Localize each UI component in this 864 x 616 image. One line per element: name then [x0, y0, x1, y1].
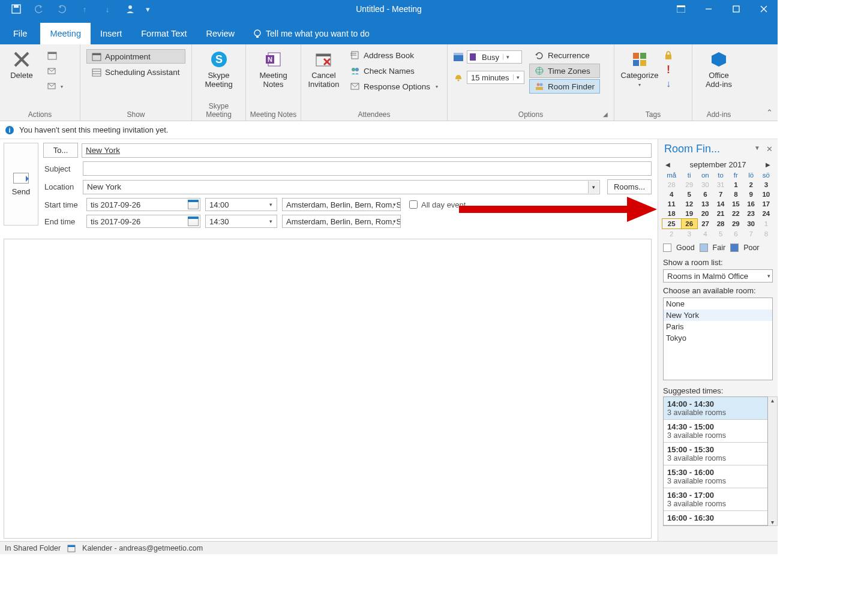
prev-icon[interactable]: ↑ — [73, 1, 96, 17]
calendar-day[interactable]: 28 — [713, 219, 728, 229]
calendar-day[interactable]: 10 — [758, 190, 773, 199]
reminder-combo[interactable]: 15 minutes▾ — [467, 71, 524, 84]
next-month-icon[interactable]: ▶ — [766, 161, 770, 168]
calendar-day[interactable]: 24 — [758, 209, 773, 219]
calendar-day[interactable]: 2 — [662, 229, 682, 239]
calendar-day[interactable]: 2 — [743, 180, 758, 190]
calendar-grid[interactable]: måtiontofrlösö 2829303112345678910111213… — [662, 170, 774, 239]
calendar-day[interactable]: 23 — [743, 209, 758, 219]
end-time-input[interactable]: 14:30▾ — [205, 215, 277, 228]
calendar-day[interactable]: 15 — [728, 199, 743, 209]
calendar-day[interactable]: 27 — [697, 219, 713, 229]
room-item[interactable]: Paris — [664, 321, 772, 332]
categorize-button[interactable]: Categorize ▾ — [618, 47, 661, 88]
private-icon[interactable] — [664, 50, 673, 60]
delete-button[interactable]: Delete — [4, 47, 40, 80]
calendar-day[interactable]: 12 — [681, 199, 697, 209]
calendar-day[interactable]: 5 — [681, 190, 697, 199]
calendar-day[interactable]: 30 — [743, 219, 758, 229]
calendar-day[interactable]: 21 — [713, 209, 728, 219]
calendar-day[interactable]: 3 — [758, 180, 773, 190]
suggested-item[interactable]: 14:00 - 14:303 available rooms — [664, 397, 767, 420]
location-input[interactable]: New York▾ — [83, 180, 600, 194]
room-list-combo[interactable]: Rooms in Malmö Office▾ — [663, 269, 773, 283]
response-options-button[interactable]: Response Options▾ — [345, 79, 443, 94]
mail-dropdown-button[interactable]: ▾ — [42, 79, 68, 94]
end-date-input[interactable]: tis 2017-09-26 — [86, 215, 200, 228]
calendar-day[interactable]: 16 — [743, 199, 758, 209]
all-day-input[interactable] — [409, 200, 418, 209]
calendar-day[interactable]: 9 — [743, 190, 758, 199]
calendar-day[interactable]: 7 — [713, 190, 728, 199]
prev-month-icon[interactable]: ◀ — [665, 161, 670, 168]
room-list[interactable]: NoneNew YorkParisTokyo — [663, 298, 773, 380]
calendar-day[interactable]: 25 — [662, 219, 682, 229]
tab-file[interactable]: File — [0, 23, 40, 44]
options-dialog-launcher[interactable]: ◢ — [603, 111, 608, 118]
room-finder-button[interactable]: Room Finder — [529, 79, 600, 94]
room-item[interactable]: New York — [664, 309, 772, 321]
save-icon[interactable] — [5, 1, 28, 17]
rooms-button[interactable]: Rooms... — [607, 179, 652, 194]
calendar-day[interactable]: 26 — [681, 219, 697, 229]
calendar-day[interactable]: 29 — [728, 219, 743, 229]
calendar-day[interactable]: 8 — [728, 190, 743, 199]
forward-button[interactable] — [42, 64, 68, 78]
calendar-day[interactable]: 6 — [728, 229, 743, 239]
address-book-button[interactable]: Address Book — [345, 48, 443, 62]
meeting-notes-button[interactable]: N Meeting Notes — [250, 47, 297, 89]
calendar-day[interactable]: 30 — [697, 180, 713, 190]
time-zones-button[interactable]: Time Zones — [529, 64, 600, 78]
suggested-item[interactable]: 15:30 - 16:003 available rooms — [664, 465, 767, 488]
message-body[interactable] — [4, 239, 652, 539]
pane-close-icon[interactable]: ✕ — [766, 145, 773, 154]
calendar-day[interactable]: 6 — [697, 190, 713, 199]
customize-qat-icon[interactable]: ▾ — [142, 1, 154, 17]
next-icon[interactable]: ↓ — [96, 1, 119, 17]
room-item[interactable]: None — [664, 298, 772, 309]
end-tz-input[interactable]: Amsterdam, Berlin, Bern, Rom, St▾ — [282, 215, 401, 228]
check-names-button[interactable]: Check Names — [345, 64, 443, 78]
calendar-day[interactable]: 18 — [662, 209, 682, 219]
calendar-day[interactable]: 31 — [713, 180, 728, 190]
start-date-input[interactable]: tis 2017-09-26 — [86, 198, 200, 211]
pane-menu-icon[interactable]: ▼ — [754, 145, 760, 154]
to-input[interactable]: New York — [82, 143, 652, 158]
calendar-day[interactable]: 13 — [697, 199, 713, 209]
suggested-item[interactable]: 14:30 - 15:003 available rooms — [664, 420, 767, 443]
scroll-down-icon[interactable]: ▾ — [771, 519, 774, 525]
maximize-icon[interactable] — [722, 0, 750, 18]
suggested-item[interactable]: 15:00 - 15:303 available rooms — [664, 443, 767, 465]
collapse-ribbon-icon[interactable]: ⌃ — [766, 108, 773, 117]
calendar-picker-icon[interactable] — [188, 200, 199, 209]
office-addins-button[interactable]: Office Add-ins — [696, 47, 742, 89]
suggested-item[interactable]: 16:00 - 16:30 — [664, 511, 767, 525]
calendar-day[interactable]: 29 — [681, 180, 697, 190]
to-button[interactable]: To... — [43, 143, 78, 158]
calendar-button[interactable] — [42, 48, 68, 62]
calendar-day[interactable]: 8 — [758, 229, 773, 239]
location-dropdown-icon[interactable]: ▾ — [588, 181, 599, 193]
room-item[interactable]: Tokyo — [664, 332, 772, 344]
skype-meeting-button[interactable]: S Skype Meeting — [196, 47, 242, 89]
close-icon[interactable] — [750, 0, 778, 18]
redo-icon[interactable] — [50, 1, 73, 17]
suggested-item[interactable]: 16:30 - 17:003 available rooms — [664, 488, 767, 511]
calendar-day[interactable]: 20 — [697, 209, 713, 219]
calendar-day[interactable]: 4 — [662, 190, 682, 199]
start-time-input[interactable]: 14:00▾ — [205, 198, 277, 211]
start-tz-input[interactable]: Amsterdam, Berlin, Bern, Rom, St▾ — [282, 198, 401, 211]
scheduling-assistant-button[interactable]: Scheduling Assistant — [86, 65, 185, 79]
scrollbar[interactable]: ▴▾ — [768, 396, 778, 526]
calendar-day[interactable]: 11 — [662, 199, 682, 209]
calendar-picker-icon[interactable] — [188, 217, 199, 226]
show-as-combo[interactable]: Busy▾ — [467, 50, 522, 64]
tab-meeting[interactable]: Meeting — [40, 23, 91, 44]
recurrence-button[interactable]: Recurrence — [529, 48, 600, 62]
undo-icon[interactable] — [28, 1, 50, 17]
cancel-invitation-button[interactable]: Cancel Invitation — [305, 47, 343, 89]
tab-review[interactable]: Review — [197, 23, 245, 44]
tab-insert[interactable]: Insert — [91, 23, 131, 44]
calendar-day[interactable]: 5 — [713, 229, 728, 239]
send-button[interactable]: Send — [4, 143, 38, 226]
